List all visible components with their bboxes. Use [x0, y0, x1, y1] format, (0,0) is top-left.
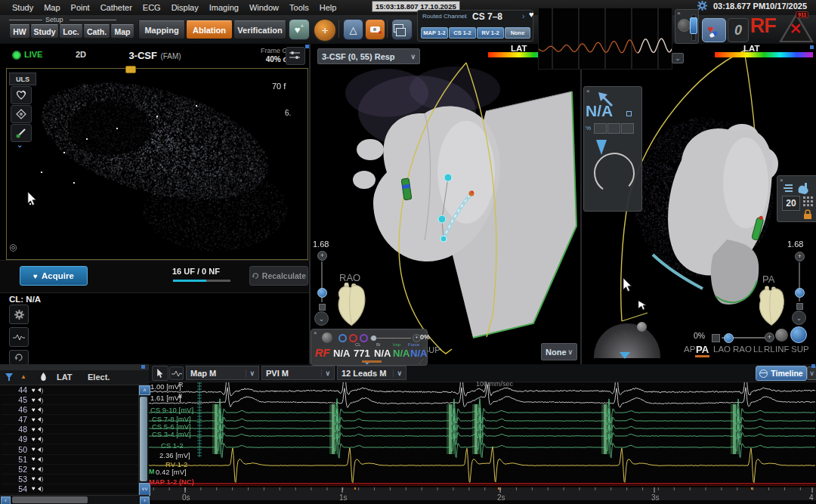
list-item[interactable]: 50♥) — [2, 444, 138, 454]
map-coloring-dropdown[interactable]: None∨ — [541, 343, 577, 360]
list-item[interactable]: 46♥) — [2, 405, 138, 415]
lock-icon[interactable] — [802, 209, 813, 220]
zoom-slider-handle[interactable] — [317, 288, 327, 298]
respiration-gauge-panel[interactable]: × N/A % — [583, 86, 642, 212]
gesture-control-panel[interactable]: × 20 — [777, 175, 816, 222]
blue-marker-icon[interactable] — [338, 334, 347, 342]
list-item[interactable]: 48♥) — [2, 425, 138, 434]
pad-knob-icon[interactable] — [637, 322, 647, 332]
channel-map12-button[interactable]: MAP 1-2 — [421, 27, 448, 39]
reference-heart-icon[interactable] — [332, 281, 369, 329]
channel-cs12-button[interactable]: CS 1-2 — [449, 27, 476, 39]
column-elect[interactable]: Elect. — [88, 373, 110, 382]
setup-loc-button[interactable]: Loc. — [59, 24, 83, 39]
acquire-button[interactable]: ♥ Acquire — [20, 266, 88, 286]
transparency-slider-handle[interactable] — [724, 333, 734, 343]
menu-window[interactable]: Window — [249, 3, 279, 12]
gating-settings-button[interactable] — [286, 47, 305, 65]
list-item[interactable]: 52♥) — [2, 465, 138, 475]
medication-heart-icon[interactable]: ♥ — [702, 18, 726, 42]
uls-contour-tool-button[interactable] — [11, 86, 32, 104]
orientation-ll[interactable]: LL — [753, 345, 763, 354]
red-marker-icon[interactable] — [349, 334, 357, 342]
reference-heart-icon[interactable] — [754, 284, 787, 329]
mapping-mode-button[interactable]: Mapping — [138, 20, 185, 39]
zoom-in-button[interactable]: + — [317, 251, 327, 261]
list-item[interactable]: 47♥) — [2, 415, 138, 425]
anchor-point[interactable] — [438, 215, 446, 223]
close-icon[interactable]: × — [780, 178, 784, 184]
channel-rv12-button[interactable]: RV 1-2 — [477, 27, 504, 39]
menu-display[interactable]: Display — [172, 3, 199, 12]
menu-map[interactable]: Map — [44, 3, 60, 12]
zoom-out-button[interactable] — [319, 304, 326, 311]
list-item[interactable]: 54♥) — [2, 484, 138, 494]
anchor-point[interactable] — [444, 174, 452, 181]
ecg-label-cs12[interactable]: CS 1-2 — [161, 441, 184, 450]
trackball-icon[interactable] — [322, 332, 332, 343]
pad-pointer-icon[interactable] — [620, 352, 630, 359]
orientation-pa-active[interactable]: PA — [696, 344, 709, 355]
menu-ecg[interactable]: ECG — [143, 3, 161, 12]
uls-chamber-tool-button[interactable] — [11, 105, 32, 123]
close-icon[interactable]: × — [677, 11, 681, 17]
zoom-slider-handle[interactable] — [795, 288, 805, 298]
trackball-icon[interactable] — [775, 329, 788, 342]
orientation-inf[interactable]: INF — [775, 345, 790, 354]
list-item[interactable]: 45♥) — [2, 395, 138, 405]
timeline-button[interactable]: Timeline — [756, 366, 807, 381]
purple-marker-icon[interactable] — [360, 334, 368, 342]
visibility-eye-icon[interactable]: ◎ — [9, 242, 17, 252]
signal-waveform-button[interactable] — [9, 327, 29, 347]
zoom-in-button[interactable]: + — [795, 252, 805, 261]
ablation-mode-button[interactable]: Ablation — [186, 20, 233, 39]
ecg-group2-dropdown[interactable]: PVI M∨ — [261, 366, 335, 380]
compass-design-icon[interactable]: ✛ — [313, 18, 337, 42]
gesture-value-box[interactable]: 20 — [782, 196, 800, 211]
column-lat[interactable]: LAT — [57, 373, 73, 382]
rotate-sphere-icon[interactable] — [790, 326, 807, 343]
vscroll-thumb[interactable] — [140, 397, 147, 481]
routed-channel-prev-icon[interactable]: ‹ — [465, 12, 467, 20]
routed-channel-next-icon[interactable]: › — [522, 12, 524, 20]
zoom-out-button[interactable] — [796, 303, 803, 310]
orientation-sup[interactable]: SUP — [791, 345, 809, 354]
close-icon[interactable]: × — [314, 330, 317, 336]
ecg-traces[interactable] — [149, 382, 816, 487]
setup-study-button[interactable]: Study — [30, 24, 59, 39]
screens-layout-icon[interactable] — [391, 19, 413, 40]
list-item[interactable]: 44♥) — [2, 385, 138, 395]
list-item[interactable]: 53♥) — [2, 475, 138, 484]
setup-map-button[interactable]: Map — [110, 24, 134, 39]
sort-ascending-icon[interactable]: ▲ — [20, 373, 26, 380]
resize-grip[interactable]: ⋰ — [419, 358, 425, 364]
list-item[interactable]: 49♥) — [2, 434, 138, 444]
prism-alert-icon[interactable]: △ — [343, 19, 363, 40]
scroll-up-icon[interactable]: ˄ — [139, 385, 150, 395]
menu-imaging[interactable]: Imaging — [209, 3, 239, 12]
stats-expand-chevron-icon[interactable]: ⌄ — [364, 358, 370, 366]
select-tool-button[interactable] — [152, 366, 168, 381]
transparency-plus-button[interactable]: + — [765, 332, 774, 342]
ecg-label-lead1[interactable]: 1.00 [mV] — [150, 382, 181, 391]
keypad-icon[interactable] — [803, 196, 805, 199]
ecg-group1-dropdown[interactable]: Map M∨ — [186, 366, 259, 380]
gain-slider-handle[interactable] — [690, 17, 697, 34]
ablation-stats-overlay[interactable]: × + 0% CL Bi Imp Force RF N/A 771 N/A N/… — [311, 329, 428, 366]
uls-expand-chevron-icon[interactable]: ⌄ — [17, 141, 23, 149]
ecg-label-map12[interactable]: MAP 1-2 (NC) — [149, 478, 194, 486]
scroll-left-icon[interactable]: ‹ — [1, 496, 11, 504]
list-item[interactable]: 51♥) — [2, 455, 138, 465]
ecg-label-cs34[interactable]: CS 3-4 [mV] — [152, 430, 191, 438]
points-panel-titlebar[interactable] — [0, 364, 149, 370]
cl-settings-gear-button[interactable] — [9, 305, 29, 324]
menu-catheter[interactable]: Catheter — [100, 3, 132, 12]
anchor-point[interactable] — [440, 236, 447, 242]
ecg-group3-dropdown[interactable]: 12 Leads M∨ — [337, 366, 406, 380]
ultrasound-image[interactable] — [7, 69, 306, 258]
channel-none-button[interactable]: None — [505, 27, 530, 39]
uls-pen-tool-button[interactable] — [11, 124, 32, 142]
orientation-lao[interactable]: LAO — [713, 345, 731, 354]
ecg-label-scale2[interactable]: 0.42 [mV] — [156, 468, 187, 476]
pad-dot-icon[interactable]: ◦ — [641, 345, 643, 352]
